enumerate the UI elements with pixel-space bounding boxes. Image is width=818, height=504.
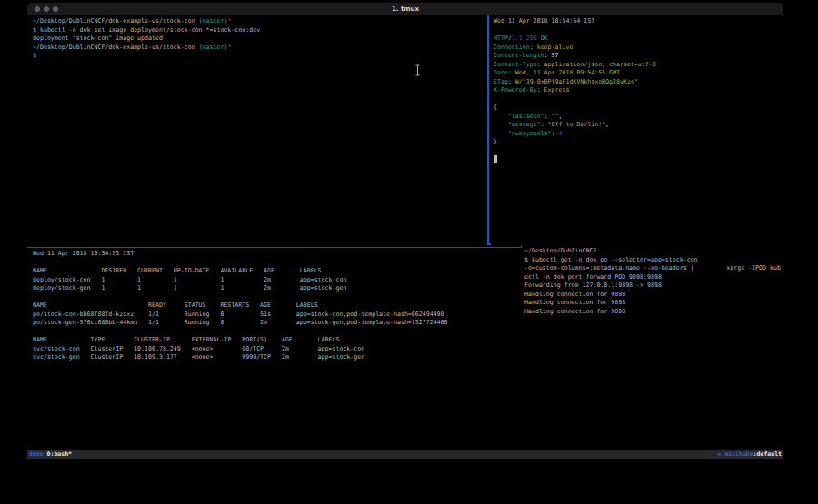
terminal-line bbox=[494, 155, 786, 164]
terminal-line bbox=[33, 259, 526, 268]
terminal-line: "message": "Off to Berlin!", bbox=[494, 121, 786, 130]
terminal-line: Content-Type: application/json; charset=… bbox=[494, 61, 786, 70]
terminal-line: Handling connection for 9898 bbox=[524, 291, 785, 300]
terminal-line: "numsymbols": 4 bbox=[494, 130, 786, 139]
terminal-line: $ kubectl get -n dok po --selector=app=s… bbox=[524, 256, 785, 265]
terminal-line: deployment "stock-con" image updated bbox=[33, 35, 493, 44]
terminal-line: deploy/stock-con 1 1 1 1 2m app=stock-co… bbox=[33, 276, 526, 285]
desktop: 1. tmux ~/Desktop/DublinCNCF/dok-example… bbox=[0, 0, 818, 504]
terminal-line bbox=[33, 328, 526, 337]
terminal-line: svc/stock-con ClusterIP 10.106.78.249 <n… bbox=[33, 345, 526, 354]
terminal-line: Handling connection for 9898 bbox=[524, 308, 785, 317]
terminal-line: Content-Length: 57 bbox=[494, 52, 786, 61]
terminal-line: NAME DESIRED CURRENT UP-TO-DATE AVAILABL… bbox=[33, 267, 526, 276]
terminal-line: Connection: keep-alive bbox=[494, 44, 786, 53]
block-cursor bbox=[494, 155, 497, 163]
terminal-line: Wed 11 Apr 2018 10:54:53 IST bbox=[33, 250, 526, 259]
terminal-line: X-Powered-By: Express bbox=[494, 86, 786, 95]
terminal-line: Forwarding from 127.0.0.1:9898 -> 9898 bbox=[524, 282, 785, 291]
terminal-line bbox=[494, 147, 786, 156]
terminal-line: $ bbox=[33, 52, 493, 61]
terminal-line: ~/Desktop/DublinCNCF/dok-example-us/stoc… bbox=[33, 17, 493, 26]
terminal-line: NAME READY STATUS RESTARTS AGE LABELS bbox=[33, 301, 526, 311]
session-name: demo bbox=[29, 450, 44, 458]
terminal-line bbox=[494, 95, 786, 104]
kube-context: minikube bbox=[724, 450, 753, 458]
terminal-line: deploy/stock-gen 1 1 1 1 2m app=stock-ge… bbox=[33, 284, 526, 293]
kube-namespace: :default bbox=[753, 450, 782, 458]
terminal-line: po/stock-gen-576cc688bb-44kmn 1/1 Runnin… bbox=[33, 319, 526, 328]
terminal-line: ETag: W/"39-0xBPf9aF1dXVNkhsxoBQgJ8vKzo" bbox=[494, 78, 786, 87]
status-right: ❋ minikube:default bbox=[718, 450, 783, 459]
status-left: demo 0:bash* bbox=[27, 450, 72, 459]
tmux-status-bar: demo 0:bash* ❋ minikube:default bbox=[27, 450, 783, 459]
window-titlebar[interactable]: 1. tmux bbox=[27, 3, 783, 15]
terminal-line: -o=custom-columns=:metadata.name --no-he… bbox=[524, 264, 785, 273]
window-title: 1. tmux bbox=[27, 3, 783, 15]
tmux-panes-area: ~/Desktop/DublinCNCF/dok-example-us/stoc… bbox=[27, 15, 783, 450]
terminal-line bbox=[33, 293, 526, 302]
terminal-line: svc/stock-gen ClusterIP 10.109.3.177 <no… bbox=[33, 353, 526, 362]
terminal-line: ~/Desktop/DublinCNCF/dok-example-us/stoc… bbox=[33, 44, 493, 53]
terminal-line: HTTP/1.1 200 OK bbox=[494, 35, 786, 44]
terminal-line: "lastseen": "", bbox=[494, 113, 786, 122]
pane-port-forward[interactable]: ~/Desktop/DublinCNCF$ kubectl get -n dok… bbox=[523, 245, 785, 451]
window-tab[interactable]: 0:bash* bbox=[47, 450, 72, 458]
terminal-line: $ kubectl -n dok set image deployment/st… bbox=[33, 26, 493, 35]
terminal-line: } bbox=[494, 138, 786, 147]
ibeam-mouse-cursor bbox=[414, 64, 421, 76]
pane-http-response[interactable]: Wed 11 Apr 2018 10:54:54 IST HTTP/1.1 20… bbox=[491, 15, 786, 245]
terminal-line bbox=[494, 26, 786, 35]
terminal-line: NAME TYPE CLUSTER-IP EXTERNAL-IP PORT(S)… bbox=[33, 336, 526, 345]
pane-kubectl-get[interactable]: Wed 11 Apr 2018 10:54:53 IST NAME DESIRE… bbox=[27, 248, 526, 451]
terminal-line: { bbox=[494, 104, 786, 113]
terminal-line: po/stock-con-bb68f88fd-kzsxz 1/1 Running… bbox=[33, 311, 526, 320]
terminal-line: Date: Wed, 11 Apr 2018 09:54:55 GMT bbox=[494, 69, 786, 78]
terminal-line: Handling connection for 9898 bbox=[524, 299, 785, 308]
terminal-line: ectl -n dok port-forward POD 9898:9898 bbox=[524, 273, 785, 282]
pane-deploy-shell[interactable]: ~/Desktop/DublinCNCF/dok-example-us/stoc… bbox=[27, 15, 493, 249]
terminal-window: 1. tmux ~/Desktop/DublinCNCF/dok-example… bbox=[27, 3, 783, 459]
terminal-line: Wed 11 Apr 2018 10:54:54 IST bbox=[494, 17, 786, 26]
terminal-line: ~/Desktop/DublinCNCF bbox=[524, 247, 785, 256]
pane-border-active-vertical bbox=[487, 15, 489, 245]
